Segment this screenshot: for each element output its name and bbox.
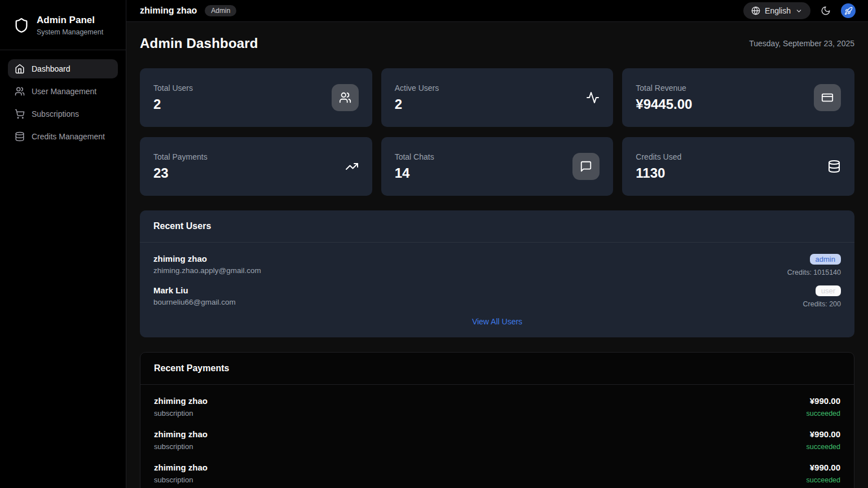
shield-icon — [14, 17, 29, 33]
credit-card-icon — [814, 84, 841, 111]
stat-value: 14 — [395, 165, 434, 181]
app-subtitle: System Management — [37, 28, 103, 36]
page-title: Admin Dashboard — [140, 36, 258, 51]
stat-value: 23 — [153, 165, 208, 181]
cart-icon — [15, 109, 25, 119]
payment-type: subscription — [154, 442, 208, 451]
rocket-icon — [844, 7, 853, 15]
stat-card-total-revenue: Total Revenue ¥9445.00 — [622, 68, 854, 127]
stat-label: Total Chats — [395, 152, 434, 161]
stat-value: ¥9445.00 — [636, 96, 692, 112]
stat-label: Total Users — [153, 83, 193, 93]
payment-row: zhiming zhao subscription ¥990.00 succee… — [154, 396, 840, 417]
activity-icon — [586, 91, 600, 104]
payment-amount: ¥990.00 — [807, 429, 840, 439]
users-icon — [15, 86, 25, 96]
stats-grid: Total Users 2 Active Users 2 — [140, 68, 854, 196]
topbar: zhiming zhao Admin English — [126, 0, 868, 22]
page-date: Tuesday, September 23, 2025 — [749, 39, 854, 48]
payment-amount: ¥990.00 — [807, 396, 840, 406]
theme-toggle-button[interactable] — [819, 5, 832, 17]
stat-label: Credits Used — [636, 152, 681, 161]
user-email: zhiming.zhao.apply@gmail.com — [153, 266, 261, 275]
recent-payments-panel: Recent Payments zhiming zhao subscriptio… — [140, 352, 854, 488]
user-name: Mark Liu — [153, 285, 236, 295]
sidebar-item-credits-management[interactable]: Credits Management — [8, 127, 118, 146]
recent-payments-title: Recent Payments — [154, 363, 840, 373]
sidebar: Admin Panel System Management Dashboard … — [0, 0, 126, 488]
message-square-icon — [572, 153, 600, 180]
role-badge: Admin — [205, 5, 236, 16]
user-credits: Credits: 1015140 — [787, 269, 841, 276]
payment-name: zhiming zhao — [154, 396, 208, 406]
recent-users-panel: Recent Users zhiming zhao zhiming.zhao.a… — [140, 210, 854, 337]
user-row: Mark Liu bourneliu66@gmail.com user Cred… — [153, 285, 841, 308]
stat-label: Active Users — [395, 83, 439, 93]
payment-name: zhiming zhao — [154, 429, 208, 439]
user-credits: Credits: 200 — [803, 300, 841, 308]
sidebar-item-label: Dashboard — [32, 64, 71, 73]
app-title: Admin Panel — [37, 15, 103, 26]
stat-card-total-payments: Total Payments 23 — [140, 137, 372, 196]
payment-status: succeeded — [807, 410, 840, 417]
recent-users-title: Recent Users — [153, 221, 841, 231]
trending-up-icon — [345, 160, 359, 173]
sidebar-item-label: Credits Management — [32, 132, 105, 141]
stat-value: 2 — [153, 96, 193, 112]
payment-name: zhiming zhao — [154, 463, 208, 472]
database-icon — [15, 131, 25, 142]
user-name: zhiming zhao — [153, 254, 261, 263]
sidebar-item-dashboard[interactable]: Dashboard — [8, 59, 118, 78]
sidebar-item-label: Subscriptions — [32, 109, 79, 118]
home-icon — [15, 64, 25, 74]
payment-amount: ¥990.00 — [807, 463, 840, 472]
user-email: bourneliu66@gmail.com — [153, 298, 236, 306]
stat-value: 1130 — [636, 165, 681, 181]
globe-icon — [751, 6, 760, 15]
sidebar-brand: Admin Panel System Management — [0, 0, 126, 50]
dashboard-content: Admin Dashboard Tuesday, September 23, 2… — [126, 22, 868, 488]
payment-row: zhiming zhao subscription ¥990.00 succee… — [154, 429, 840, 451]
stat-card-total-users: Total Users 2 — [140, 68, 372, 127]
stat-value: 2 — [395, 96, 439, 112]
sidebar-item-user-management[interactable]: User Management — [8, 82, 118, 101]
database-icon — [827, 160, 841, 173]
sidebar-nav: Dashboard User Management Subscriptions — [0, 50, 126, 155]
stat-label: Total Revenue — [636, 83, 692, 93]
role-badge-admin: admin — [810, 254, 841, 265]
stat-card-total-chats: Total Chats 14 — [381, 137, 614, 196]
payment-type: subscription — [154, 409, 208, 417]
users-icon — [332, 84, 359, 111]
topbar-username: zhiming zhao — [140, 6, 197, 16]
sidebar-item-label: User Management — [32, 87, 96, 96]
user-avatar[interactable] — [841, 3, 856, 18]
view-all-users-link[interactable]: View All Users — [153, 317, 841, 326]
stat-label: Total Payments — [153, 152, 208, 161]
language-selector[interactable]: English — [743, 2, 810, 19]
sidebar-item-subscriptions[interactable]: Subscriptions — [8, 104, 118, 124]
role-badge-user: user — [816, 285, 841, 296]
stat-card-active-users: Active Users 2 — [381, 68, 614, 127]
moon-icon — [821, 6, 831, 16]
payment-status: succeeded — [807, 476, 840, 484]
language-label: English — [765, 6, 791, 15]
payment-row: zhiming zhao subscription ¥990.00 succee… — [154, 463, 840, 484]
payment-type: subscription — [154, 476, 208, 484]
user-row: zhiming zhao zhiming.zhao.apply@gmail.co… — [153, 254, 841, 276]
chevron-down-icon — [795, 7, 803, 15]
payment-status: succeeded — [807, 443, 840, 451]
stat-card-credits-used: Credits Used 1130 — [622, 137, 854, 196]
